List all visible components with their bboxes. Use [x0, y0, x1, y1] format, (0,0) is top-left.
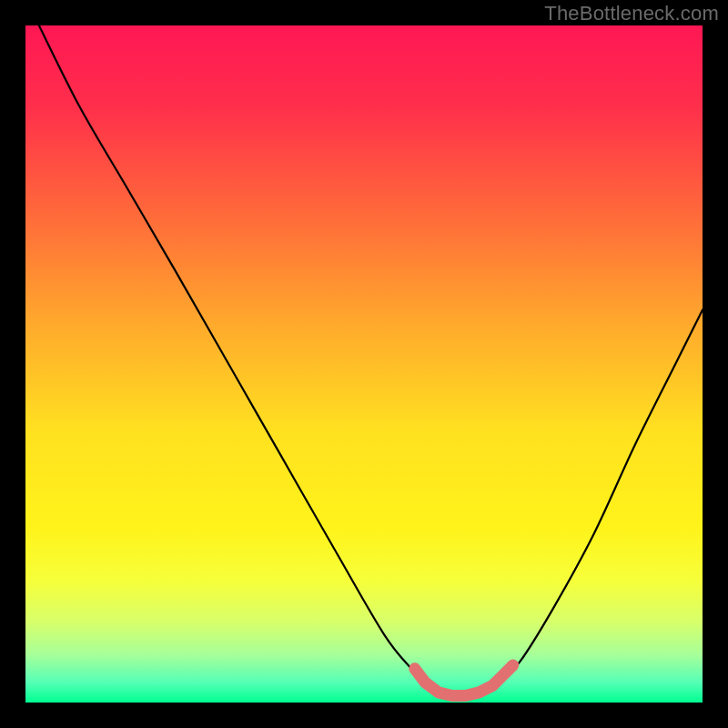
watermark-label: TheBottleneck.com: [544, 2, 719, 25]
chart-plot: [25, 25, 703, 703]
chart-frame: TheBottleneck.com: [0, 0, 728, 728]
chart-svg: [25, 25, 703, 703]
